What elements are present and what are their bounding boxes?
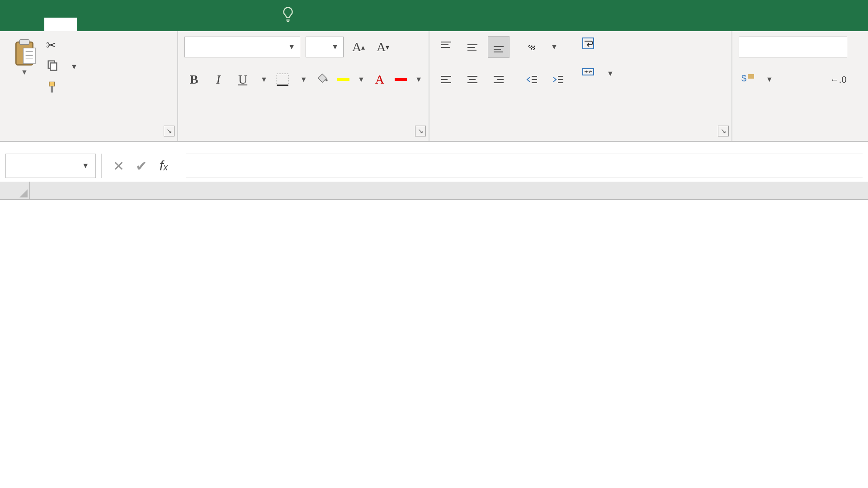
spreadsheet-grid — [0, 182, 868, 200]
align-right-button[interactable] — [488, 69, 509, 90]
align-right-icon — [492, 73, 505, 86]
group-font: ▼ ▼ A▴ A▾ B I U ▼ ▼ — [178, 31, 429, 141]
fill-color-swatch — [337, 78, 349, 81]
ribbon: ▼ ✂ ▼ — [0, 31, 868, 142]
chevron-down-icon: ▼ — [331, 43, 339, 51]
clipboard-paste-icon — [10, 38, 39, 67]
merge-center-button[interactable]: ▼ — [581, 65, 614, 82]
decrease-indent-icon — [525, 73, 539, 86]
orientation-button[interactable]: ab — [522, 37, 542, 57]
font-size-combo[interactable]: ▼ — [306, 37, 344, 57]
decrease-font-button[interactable]: A▾ — [373, 37, 392, 57]
formula-input[interactable] — [186, 154, 863, 178]
tab-page-layout[interactable] — [109, 18, 142, 31]
tab-insert[interactable] — [77, 18, 109, 31]
group-clipboard-label — [6, 136, 171, 138]
paste-dropdown[interactable]: ▼ — [21, 68, 28, 76]
underline-button[interactable]: U — [233, 69, 252, 90]
svg-rect-38 — [583, 69, 594, 75]
borders-dropdown[interactable]: ▼ — [300, 75, 307, 84]
lightbulb-icon — [281, 6, 301, 25]
align-center-icon — [466, 73, 479, 86]
bold-button[interactable]: B — [184, 69, 203, 90]
paste-button[interactable]: ▼ — [6, 37, 42, 97]
font-name-combo[interactable]: ▼ — [184, 37, 300, 57]
comma-style-button[interactable] — [803, 69, 822, 90]
increase-indent-icon — [552, 73, 565, 86]
font-color-dropdown[interactable]: ▼ — [415, 75, 422, 84]
group-clipboard: ▼ ✂ ▼ — [0, 31, 178, 141]
accounting-icon: $ — [741, 72, 755, 87]
svg-rect-8 — [49, 82, 55, 86]
percent-style-button[interactable] — [778, 69, 797, 90]
svg-text:$: $ — [741, 73, 746, 83]
check-icon: ✔ — [136, 158, 147, 174]
enter-formula-button[interactable]: ✔ — [130, 154, 152, 178]
align-left-icon — [439, 73, 453, 86]
wrap-text-button[interactable] — [581, 37, 614, 53]
column-headers — [0, 182, 868, 200]
borders-button[interactable] — [273, 69, 292, 90]
paintbrush-icon — [46, 81, 59, 97]
chevron-down-icon: ▼ — [288, 43, 295, 51]
number-format-combo[interactable] — [739, 37, 847, 57]
select-all-button[interactable] — [0, 182, 30, 199]
alignment-launcher[interactable]: ↘ — [718, 126, 729, 136]
clipboard-launcher[interactable]: ↘ — [164, 126, 175, 136]
group-number-label — [739, 136, 862, 138]
align-bottom-icon — [492, 40, 505, 54]
svg-rect-9 — [51, 86, 53, 93]
font-launcher[interactable]: ↘ — [415, 126, 426, 136]
copy-dropdown[interactable]: ▼ — [71, 63, 78, 71]
tell-me-search[interactable] — [277, 0, 306, 31]
increase-font-button[interactable]: A▴ — [349, 37, 368, 57]
increase-decimal-button[interactable]: ←.0 — [827, 69, 849, 90]
tab-home[interactable] — [44, 18, 77, 31]
svg-rect-10 — [277, 74, 288, 85]
tab-formulas[interactable] — [142, 18, 175, 31]
accounting-dropdown[interactable]: ▼ — [766, 75, 773, 84]
fill-color-button[interactable] — [313, 69, 332, 90]
merge-dropdown[interactable]: ▼ — [607, 70, 614, 78]
decrease-indent-button[interactable] — [522, 69, 542, 90]
name-box[interactable]: ▼ — [5, 154, 96, 178]
paint-bucket-icon — [316, 72, 329, 87]
fx-icon: fx — [160, 158, 168, 174]
italic-button[interactable]: I — [209, 69, 228, 90]
increase-decimal-icon: ←.0 — [830, 75, 847, 85]
tab-view[interactable] — [240, 18, 272, 31]
format-painter-button[interactable] — [46, 81, 78, 97]
accounting-format-button[interactable]: $ — [739, 69, 758, 90]
svg-point-12 — [326, 79, 328, 81]
insert-function-button[interactable]: fx — [152, 154, 175, 178]
group-number: $ ▼ ←.0 — [732, 31, 868, 141]
font-color-button[interactable]: A — [370, 69, 389, 90]
copy-icon — [46, 59, 59, 75]
align-top-button[interactable] — [436, 37, 457, 57]
align-middle-button[interactable] — [462, 37, 483, 57]
tab-data[interactable] — [175, 18, 207, 31]
align-bottom-button[interactable] — [488, 37, 509, 57]
x-icon: ✕ — [113, 158, 124, 174]
merge-center-icon — [581, 65, 595, 82]
cut-button[interactable]: ✂ — [46, 38, 78, 52]
svg-rect-2 — [23, 48, 35, 64]
svg-rect-1 — [19, 40, 29, 45]
align-center-button[interactable] — [462, 69, 483, 90]
fill-color-dropdown[interactable]: ▼ — [358, 75, 365, 84]
tab-review[interactable] — [207, 18, 240, 31]
copy-button[interactable]: ▼ — [46, 59, 78, 75]
tab-file[interactable] — [12, 18, 44, 31]
separator — [101, 154, 102, 178]
chevron-down-icon: ▼ — [82, 162, 89, 170]
wrap-text-icon — [581, 37, 595, 53]
group-alignment-label — [436, 136, 725, 138]
scissors-icon: ✂ — [46, 38, 56, 52]
orientation-dropdown[interactable]: ▼ — [551, 43, 558, 51]
increase-indent-button[interactable] — [548, 69, 569, 90]
underline-dropdown[interactable]: ▼ — [260, 75, 268, 84]
align-left-button[interactable] — [436, 69, 457, 90]
group-alignment: ab ▼ ▼ ↘ — [429, 31, 732, 141]
align-top-icon — [439, 40, 453, 54]
cancel-formula-button[interactable]: ✕ — [107, 154, 130, 178]
